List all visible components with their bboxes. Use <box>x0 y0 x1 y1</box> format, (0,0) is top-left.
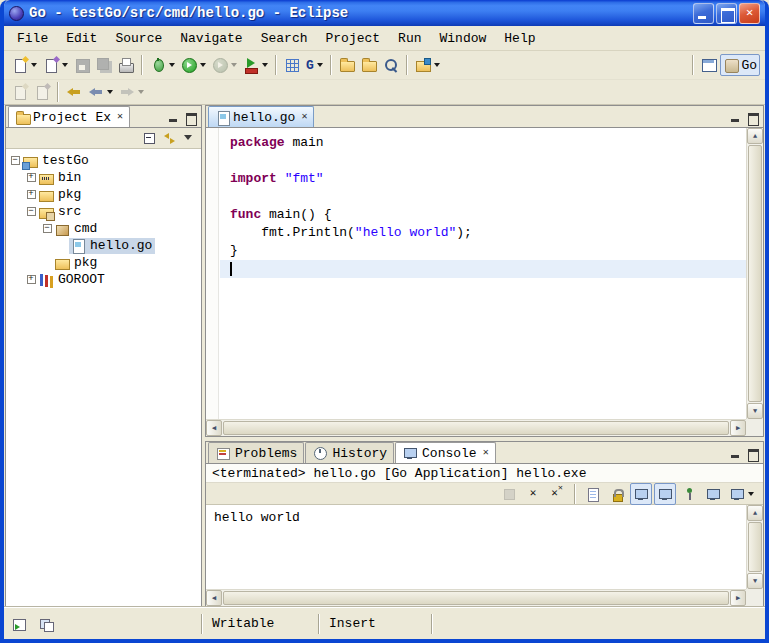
minimize-button[interactable] <box>693 3 714 24</box>
scrollbar-thumb[interactable] <box>223 421 729 435</box>
open-perspective-button[interactable] <box>698 54 720 76</box>
forward-button[interactable] <box>116 81 147 103</box>
tree-item-src[interactable]: − src <box>9 203 201 220</box>
tree-item-bin[interactable]: + bin <box>9 169 201 186</box>
close-icon[interactable]: ✕ <box>481 448 489 458</box>
minimize-view-button[interactable] <box>167 112 180 124</box>
tree-item-pkg[interactable]: + pkg <box>9 186 201 203</box>
run-last-button[interactable] <box>209 54 240 76</box>
menu-source[interactable]: Source <box>106 28 171 49</box>
remove-all-terminated-button[interactable]: ✕✕ <box>546 483 568 505</box>
menu-navigate[interactable]: Navigate <box>171 28 251 49</box>
clear-console-button[interactable] <box>582 483 604 505</box>
maximize-view-button[interactable] <box>746 448 759 460</box>
show-stdout-button[interactable] <box>630 483 652 505</box>
scrollbar-thumb[interactable] <box>748 145 762 402</box>
tree-item-hello-go[interactable]: hello.go <box>9 237 201 254</box>
new-go-app-button[interactable] <box>281 54 303 76</box>
editor-vertical-scrollbar[interactable]: ▲ ▼ <box>746 128 763 419</box>
code-editor[interactable]: package main import "fmt" func main() { … <box>220 128 746 419</box>
expander-icon[interactable]: − <box>9 153 21 169</box>
minimize-view-button[interactable] <box>729 112 742 124</box>
new-wizard-button[interactable] <box>9 54 40 76</box>
tab-hello-go[interactable]: hello.go ✕ <box>208 106 314 127</box>
expander-icon[interactable]: + <box>25 187 37 203</box>
print-button[interactable] <box>115 54 137 76</box>
open-console-button[interactable] <box>726 483 757 505</box>
last-edit-location-button[interactable] <box>63 81 85 103</box>
tree-item-cmd[interactable]: − cmd <box>9 220 201 237</box>
console-vertical-scrollbar[interactable]: ▲ ▼ <box>746 505 763 589</box>
close-icon[interactable]: ✕ <box>115 112 123 122</box>
tree-item-goroot[interactable]: + GOROOT <box>9 271 201 288</box>
show-stderr-button[interactable] <box>654 483 676 505</box>
fast-view-icon[interactable] <box>12 616 28 632</box>
go-perspective-button[interactable]: Go <box>720 54 760 76</box>
new-go-element-button[interactable] <box>40 54 71 76</box>
scroll-left-icon[interactable]: ◀ <box>206 590 222 606</box>
scroll-down-icon[interactable]: ▼ <box>747 573 763 589</box>
scroll-left-icon[interactable]: ◀ <box>206 420 222 436</box>
external-tools-button[interactable] <box>240 54 271 76</box>
remove-launch-button[interactable]: ✕ <box>522 483 544 505</box>
maximize-view-button[interactable] <box>746 112 759 124</box>
pin-editor-button[interactable] <box>9 81 31 103</box>
minimize-view-button[interactable] <box>729 448 742 460</box>
display-console-button[interactable] <box>702 483 724 505</box>
link-with-editor-icon[interactable] <box>162 130 178 146</box>
annotation-ruler[interactable] <box>206 128 219 419</box>
scroll-down-icon[interactable]: ▼ <box>747 403 763 419</box>
tab-history[interactable]: History <box>305 442 394 463</box>
search-button[interactable] <box>380 54 402 76</box>
terminate-button[interactable] <box>498 483 520 505</box>
expander-icon[interactable]: + <box>25 170 37 186</box>
scroll-up-icon[interactable]: ▲ <box>747 128 763 144</box>
menu-file[interactable]: File <box>8 28 57 49</box>
menu-edit[interactable]: Edit <box>57 28 106 49</box>
back-button[interactable] <box>85 81 116 103</box>
link-resource-button[interactable] <box>31 81 53 103</box>
close-button[interactable]: ✕ <box>739 3 760 24</box>
console-icon <box>402 445 418 461</box>
team-sync-button[interactable] <box>412 54 443 76</box>
collapse-all-icon[interactable] <box>143 130 159 146</box>
scrollbar-thumb[interactable] <box>748 522 762 572</box>
menu-help[interactable]: Help <box>495 28 544 49</box>
expander-icon[interactable]: − <box>25 204 37 220</box>
menu-window[interactable]: Window <box>431 28 496 49</box>
scroll-right-icon[interactable]: ▶ <box>730 590 746 606</box>
console-output[interactable]: hello world <box>206 505 746 589</box>
editor-horizontal-scrollbar[interactable]: ◀ ▶ <box>206 419 746 436</box>
go-build-button[interactable]: G <box>303 54 326 76</box>
tab-console[interactable]: Console ✕ <box>395 442 496 463</box>
menu-project[interactable]: Project <box>316 28 389 49</box>
menu-search[interactable]: Search <box>252 28 317 49</box>
menu-run[interactable]: Run <box>389 28 430 49</box>
trim-stack-icon[interactable] <box>38 616 54 632</box>
save-button[interactable] <box>71 54 93 76</box>
project-tree[interactable]: − testGo + bin + pkg − src <box>6 149 201 606</box>
tab-project-explorer[interactable]: Project Ex ✕ <box>8 106 130 127</box>
view-buttons <box>167 112 201 127</box>
scroll-lock-button[interactable] <box>606 483 628 505</box>
tree-item-src-pkg[interactable]: pkg <box>9 254 201 271</box>
maximize-view-button[interactable] <box>184 112 197 124</box>
title-bar[interactable]: Go - testGo/src/cmd/hello.go - Eclipse ✕ <box>4 0 765 26</box>
open-folder-button[interactable] <box>336 54 358 76</box>
import-folder-button[interactable] <box>358 54 380 76</box>
scrollbar-thumb[interactable] <box>223 591 729 605</box>
pin-console-button[interactable] <box>678 483 700 505</box>
tree-item-testgo[interactable]: − testGo <box>9 152 201 169</box>
console-horizontal-scrollbar[interactable]: ◀ ▶ <box>206 589 746 606</box>
scroll-right-icon[interactable]: ▶ <box>730 420 746 436</box>
run-button[interactable] <box>178 54 209 76</box>
tab-problems[interactable]: Problems <box>208 442 304 463</box>
expander-icon[interactable]: − <box>41 221 53 237</box>
debug-button[interactable] <box>147 54 178 76</box>
view-menu-icon[interactable] <box>181 130 197 146</box>
save-all-button[interactable] <box>93 54 115 76</box>
scroll-up-icon[interactable]: ▲ <box>747 505 763 521</box>
close-icon[interactable]: ✕ <box>299 112 307 122</box>
maximize-button[interactable] <box>716 3 737 24</box>
expander-icon[interactable]: + <box>25 272 37 288</box>
